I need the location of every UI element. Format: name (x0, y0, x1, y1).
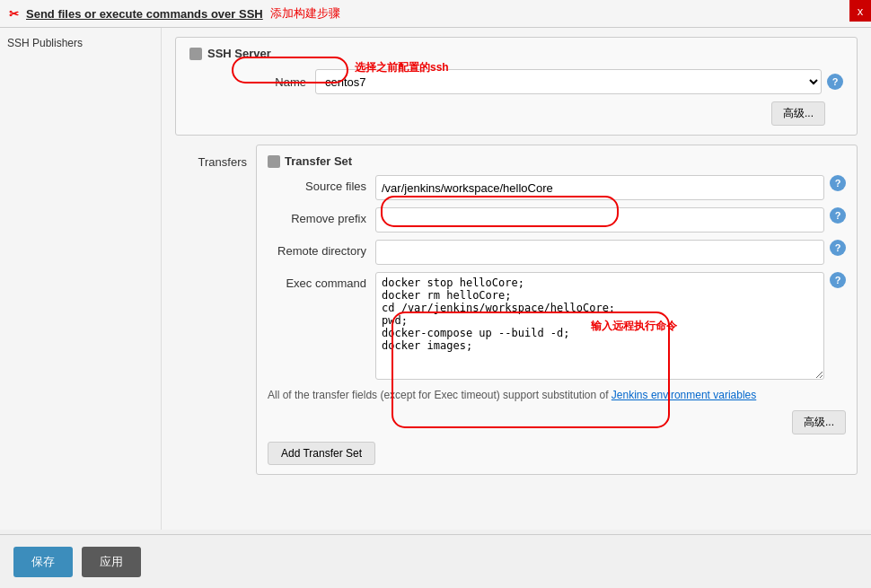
transfers-section: Transfers Transfer Set Source files ? Re (175, 145, 858, 475)
source-files-control: ? (375, 175, 846, 200)
transfer-advanced-button[interactable]: 高级... (792, 410, 846, 434)
exec-command-control: docker stop helloCore; docker rm helloCo… (375, 272, 846, 380)
remote-directory-control: ? (375, 240, 846, 265)
exec-command-label: Exec command (268, 272, 375, 290)
name-help-icon[interactable]: ? (827, 74, 843, 90)
source-files-input[interactable] (375, 175, 824, 200)
sidebar-label: SSH Publishers (7, 37, 154, 49)
top-bar-icon: ✂ (9, 7, 19, 21)
name-label: Name (189, 75, 315, 89)
remove-prefix-row: Remove prefix ? (268, 207, 846, 233)
remove-prefix-control: ? (375, 207, 846, 233)
exec-command-row: Exec command docker stop helloCore; dock… (268, 272, 846, 380)
transfer-set-box: Transfer Set Source files ? Remove prefi… (256, 145, 858, 475)
apply-button[interactable]: 应用 (82, 547, 141, 577)
name-control-wrap: centos7 ? (315, 69, 843, 94)
transfer-set-icon (268, 155, 280, 168)
source-files-help-icon[interactable]: ? (830, 175, 846, 191)
bottom-bar: 保存 应用 (0, 534, 871, 588)
remove-prefix-input[interactable] (375, 207, 824, 233)
exec-command-help-icon[interactable]: ? (830, 272, 846, 288)
ssh-server-section: SSH Server Name centos7 ? 高级... (175, 37, 858, 136)
right-panel: SSH Server Name centos7 ? 高级... Transfer… (162, 28, 871, 530)
top-bar-subtitle: 添加构建步骤 (270, 5, 340, 22)
save-button[interactable]: 保存 (13, 547, 73, 577)
close-button[interactable]: x (849, 0, 871, 22)
remove-prefix-label: Remove prefix (268, 207, 375, 225)
add-transfer-button[interactable]: Add Transfer Set (268, 442, 375, 465)
top-bar: ✂ Send files or execute commands over SS… (0, 0, 871, 28)
remote-directory-help-icon[interactable]: ? (830, 240, 846, 256)
exec-command-textarea[interactable]: docker stop helloCore; docker rm helloCo… (375, 272, 824, 380)
section-icon (189, 48, 202, 60)
remote-directory-label: Remote directory (268, 240, 375, 258)
remove-prefix-help-icon[interactable]: ? (830, 207, 846, 224)
source-files-label: Source files (268, 175, 375, 193)
remote-directory-input[interactable] (375, 240, 824, 265)
transfers-label: Transfers (175, 145, 256, 475)
info-text: All of the transfer fields (except for E… (268, 387, 846, 403)
top-bar-title: Send files or execute commands over SSH (26, 7, 263, 21)
env-vars-link[interactable]: Jenkins environment variables (611, 389, 756, 401)
sidebar: SSH Publishers (0, 28, 162, 530)
transfer-advanced-wrap: 高级... (268, 410, 846, 434)
source-files-row: Source files ? (268, 175, 846, 200)
remote-directory-row: Remote directory ? (268, 240, 846, 265)
advanced-button[interactable]: 高级... (771, 101, 825, 126)
name-select[interactable]: centos7 (315, 69, 822, 94)
name-row: Name centos7 ? (189, 69, 843, 94)
transfer-set-title: Transfer Set (268, 154, 846, 168)
ssh-server-title: SSH Server (189, 47, 843, 60)
main-content: SSH Publishers SSH Server Name centos7 ?… (0, 28, 871, 530)
